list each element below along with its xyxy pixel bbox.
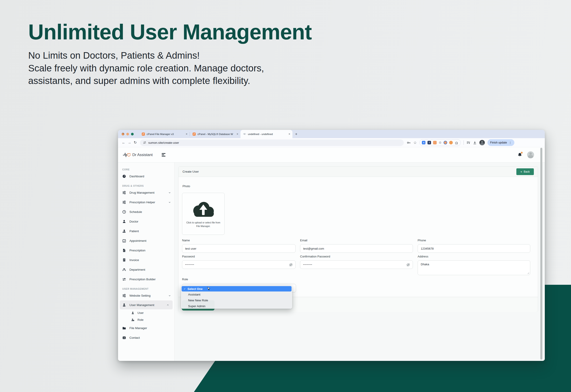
calendar-check-icon xyxy=(122,239,126,243)
hero-title: Unlimited User Management xyxy=(28,20,312,44)
chevron-up-icon xyxy=(167,304,169,306)
password-field[interactable]: •••••••• xyxy=(182,260,296,269)
resize-handle-icon[interactable] xyxy=(527,272,529,274)
person-lock-icon xyxy=(131,318,134,322)
orange-extension-icon[interactable] xyxy=(433,141,437,144)
photo-upload-dropzone[interactable]: Click to upload or select file from File… xyxy=(182,193,225,235)
tab-active-undefined[interactable]: undefined - undefined × xyxy=(241,130,292,138)
tab-favicon-heart-pulse-icon xyxy=(243,133,246,135)
sidebar-item-drug-management[interactable]: Drug Management xyxy=(118,188,174,197)
tab-cpanel-mysql[interactable]: cP cPanel - MySQL® Database W × xyxy=(190,130,241,138)
chevrons-left-icon: « xyxy=(521,170,522,173)
browser-menu-kebab-icon[interactable]: ⋮ xyxy=(509,141,512,144)
page-scrollbar[interactable] xyxy=(540,148,542,360)
role-option-assistant[interactable]: Assistant xyxy=(182,292,292,297)
phone-label: Phone xyxy=(418,239,530,243)
main-panel: Create User « Back Photo xyxy=(175,163,545,361)
sidebar-item-appointment[interactable]: Appointment xyxy=(118,236,174,246)
check-icon: ✓ xyxy=(184,288,186,290)
chevron-down-icon xyxy=(168,294,171,297)
confirm-password-field[interactable]: •••••••• xyxy=(300,260,413,269)
contact-icon xyxy=(122,336,126,340)
bookmark-star-icon[interactable]: ☆ xyxy=(413,141,417,145)
role-dropdown-menu: ✓ Select One Assistant New New Role Supe… xyxy=(181,285,292,309)
patient-person-icon xyxy=(122,229,126,233)
sidebar-item-prescription[interactable]: Prescription xyxy=(118,246,174,255)
round-extension-icon[interactable] xyxy=(449,141,453,144)
settings-extension-icon[interactable]: ⚙ xyxy=(439,141,442,144)
address-bar[interactable]: sumon.site/create-user xyxy=(140,140,404,146)
minimize-window-button[interactable] xyxy=(126,133,129,135)
zoom-window-button[interactable] xyxy=(131,133,134,135)
sidebar-item-website-setting[interactable]: Website Setting xyxy=(118,291,174,300)
sidebar-item-invoice[interactable]: Invoice xyxy=(118,255,174,265)
sidebar-item-doctor[interactable]: Doctor xyxy=(118,217,174,226)
tab-cpanel-file-manager[interactable]: cP cPanel File Manager v3 × xyxy=(139,130,190,138)
builder-sliders-icon xyxy=(122,277,126,281)
chevron-down-icon xyxy=(168,201,171,204)
photo-label: Photo xyxy=(183,184,190,188)
chevron-down-icon xyxy=(168,191,171,194)
doctor-person-icon xyxy=(122,220,126,224)
email-field[interactable]: test@gmail.com xyxy=(300,244,413,253)
sidebar-subitem-role[interactable]: Role xyxy=(118,316,174,323)
eye-slash-icon[interactable] xyxy=(406,263,410,267)
site-settings-icon[interactable] xyxy=(143,141,146,144)
sidebar-item-dashboard[interactable]: Dashboard xyxy=(118,171,174,181)
hero-subtitle-line1: No Limits on Doctors, Patients & Admins! xyxy=(28,49,312,62)
url-text: sumon.site/create-user xyxy=(148,141,179,144)
role-option-select-one[interactable]: ✓ Select One xyxy=(182,286,292,292)
puzzle-extensions-icon[interactable] xyxy=(455,141,458,144)
tab-strip: cP cPanel File Manager v3 × cP cPanel - … xyxy=(118,130,545,138)
close-tab-icon[interactable]: × xyxy=(186,133,187,135)
role-option-new-new-role[interactable]: New New Role xyxy=(182,297,292,303)
password-label: Password xyxy=(182,255,296,259)
camera-extension-icon[interactable] xyxy=(443,141,447,144)
role-option-super-admin[interactable]: Super Admin xyxy=(182,303,292,309)
sidebar-item-prescription-helper[interactable]: Prescription Helper xyxy=(118,197,174,207)
password-key-icon[interactable] xyxy=(407,141,411,145)
eye-slash-icon[interactable] xyxy=(289,263,293,267)
close-tab-icon[interactable]: × xyxy=(288,133,290,135)
forward-nav-icon[interactable]: → xyxy=(127,141,132,144)
upload-hint-line1: Click to upload or select file from xyxy=(182,221,224,224)
sidebar-item-user-management[interactable]: User Management xyxy=(120,300,173,309)
address-label: Address xyxy=(418,255,530,259)
close-window-button[interactable] xyxy=(122,133,124,135)
sliders-icon xyxy=(122,191,126,195)
back-nav-icon[interactable]: ← xyxy=(121,141,127,144)
reload-icon[interactable]: ↻ xyxy=(132,141,138,144)
sidebar-item-schedule[interactable]: Schedule xyxy=(118,207,174,217)
prescription-file-icon xyxy=(122,249,126,252)
notification-badge xyxy=(521,152,523,154)
name-field[interactable]: test user xyxy=(182,244,296,253)
translate-extension-icon[interactable]: A xyxy=(422,141,426,144)
close-tab-icon[interactable]: × xyxy=(236,133,238,135)
address-field[interactable]: Dhaka xyxy=(418,260,530,275)
hero-subtitle-line2: Scale freely with dynamic role creation.… xyxy=(28,62,312,75)
reading-list-icon[interactable] xyxy=(466,141,470,145)
sidebar-subitem-user[interactable]: User xyxy=(118,309,174,316)
notification-bell-icon[interactable] xyxy=(517,153,522,157)
finish-update-button[interactable]: Finish update ⋮ xyxy=(487,139,514,146)
browser-toolbar: ← → ↻ sumon.site/create-user ☆ A 7 ⚙ xyxy=(118,138,545,147)
sidebar-item-file-manager[interactable]: File Manager xyxy=(118,323,174,333)
back-button[interactable]: « Back xyxy=(516,168,534,175)
new-tab-button[interactable]: + xyxy=(295,132,297,136)
downloads-icon[interactable] xyxy=(473,141,477,145)
sidebar-item-contact[interactable]: Contact xyxy=(118,333,174,343)
vpn-extension-icon[interactable]: 7 xyxy=(428,141,431,144)
heart-pulse-logo-icon xyxy=(123,152,130,158)
sidebar-section-core: CORE xyxy=(118,168,174,171)
person-icon xyxy=(122,303,126,307)
sidebar-item-patient[interactable]: Patient xyxy=(118,226,174,236)
sidebar-item-prescription-builder[interactable]: Prescription Builder xyxy=(118,274,174,284)
person-icon xyxy=(131,311,134,315)
app-brand-name: Dr Assistant xyxy=(132,153,153,157)
user-avatar[interactable] xyxy=(527,151,534,158)
browser-profile-avatar[interactable] xyxy=(479,140,485,145)
hero-block: Unlimited User Management No Limits on D… xyxy=(28,20,312,87)
sidebar-toggle-button[interactable] xyxy=(162,153,166,156)
sidebar-item-department[interactable]: Department xyxy=(118,265,174,274)
phone-field[interactable]: 12345678 xyxy=(418,244,530,253)
